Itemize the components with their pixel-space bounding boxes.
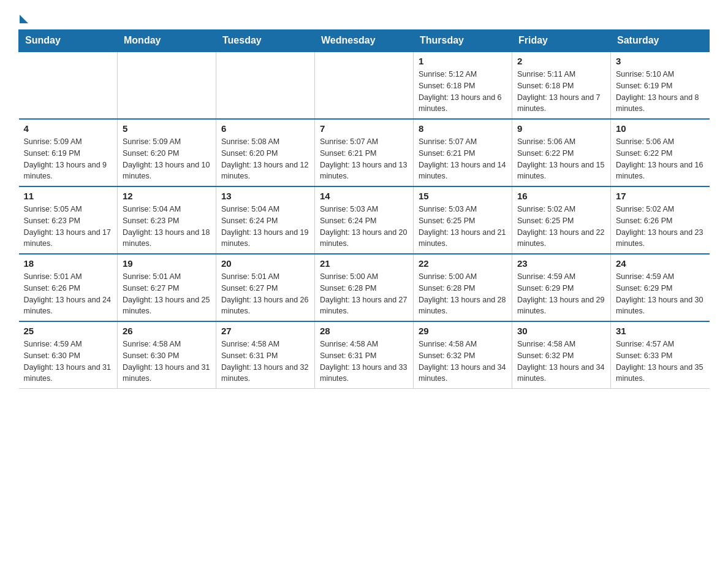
calendar-cell: 1Sunrise: 5:12 AM Sunset: 6:18 PM Daylig… bbox=[414, 52, 512, 119]
day-number: 19 bbox=[123, 258, 211, 269]
day-info: Sunrise: 5:01 AM Sunset: 6:27 PM Dayligh… bbox=[221, 271, 309, 317]
day-number: 28 bbox=[320, 326, 408, 336]
day-number: 7 bbox=[320, 123, 408, 134]
day-info: Sunrise: 5:11 AM Sunset: 6:18 PM Dayligh… bbox=[517, 69, 605, 115]
day-info: Sunrise: 5:07 AM Sunset: 6:21 PM Dayligh… bbox=[419, 136, 507, 182]
day-number: 25 bbox=[24, 326, 113, 336]
header-cell-saturday: Saturday bbox=[611, 30, 710, 52]
day-info: Sunrise: 4:59 AM Sunset: 6:29 PM Dayligh… bbox=[517, 271, 605, 317]
calendar-cell: 22Sunrise: 5:00 AM Sunset: 6:28 PM Dayli… bbox=[414, 254, 512, 321]
day-info: Sunrise: 5:08 AM Sunset: 6:20 PM Dayligh… bbox=[221, 136, 309, 182]
day-info: Sunrise: 5:00 AM Sunset: 6:28 PM Dayligh… bbox=[320, 271, 408, 317]
day-info: Sunrise: 5:12 AM Sunset: 6:18 PM Dayligh… bbox=[419, 69, 507, 115]
calendar-cell: 11Sunrise: 5:05 AM Sunset: 6:23 PM Dayli… bbox=[19, 186, 118, 254]
calendar-cell: 3Sunrise: 5:10 AM Sunset: 6:19 PM Daylig… bbox=[611, 52, 710, 119]
calendar-cell: 6Sunrise: 5:08 AM Sunset: 6:20 PM Daylig… bbox=[216, 119, 315, 186]
calendar-cell: 4Sunrise: 5:09 AM Sunset: 6:19 PM Daylig… bbox=[19, 119, 118, 186]
calendar-week-4: 18Sunrise: 5:01 AM Sunset: 6:26 PM Dayli… bbox=[19, 254, 710, 321]
header-cell-sunday: Sunday bbox=[19, 30, 118, 52]
calendar-cell bbox=[118, 52, 216, 119]
day-number: 21 bbox=[320, 258, 408, 269]
day-info: Sunrise: 5:03 AM Sunset: 6:25 PM Dayligh… bbox=[419, 204, 507, 250]
day-number: 3 bbox=[616, 56, 705, 66]
header-cell-wednesday: Wednesday bbox=[315, 30, 414, 52]
calendar-cell: 18Sunrise: 5:01 AM Sunset: 6:26 PM Dayli… bbox=[19, 254, 118, 321]
calendar-cell: 7Sunrise: 5:07 AM Sunset: 6:21 PM Daylig… bbox=[315, 119, 414, 186]
day-info: Sunrise: 4:58 AM Sunset: 6:31 PM Dayligh… bbox=[320, 339, 408, 385]
day-number: 23 bbox=[517, 258, 605, 269]
day-number: 10 bbox=[616, 123, 705, 134]
day-number: 5 bbox=[123, 123, 211, 134]
header-cell-monday: Monday bbox=[118, 30, 216, 52]
calendar-week-1: 1Sunrise: 5:12 AM Sunset: 6:18 PM Daylig… bbox=[19, 52, 710, 119]
day-number: 2 bbox=[517, 56, 605, 66]
calendar-cell: 30Sunrise: 4:58 AM Sunset: 6:32 PM Dayli… bbox=[512, 321, 611, 389]
header-cell-friday: Friday bbox=[512, 30, 611, 52]
calendar-header: SundayMondayTuesdayWednesdayThursdayFrid… bbox=[19, 30, 710, 52]
day-number: 13 bbox=[221, 191, 309, 201]
day-number: 17 bbox=[616, 191, 705, 201]
day-info: Sunrise: 4:57 AM Sunset: 6:33 PM Dayligh… bbox=[616, 339, 705, 385]
calendar-cell: 2Sunrise: 5:11 AM Sunset: 6:18 PM Daylig… bbox=[512, 52, 611, 119]
day-number: 30 bbox=[517, 326, 605, 336]
header-cell-thursday: Thursday bbox=[414, 30, 512, 52]
day-info: Sunrise: 5:07 AM Sunset: 6:21 PM Dayligh… bbox=[320, 136, 408, 182]
logo-arrow-icon bbox=[20, 15, 28, 23]
calendar-cell: 14Sunrise: 5:03 AM Sunset: 6:24 PM Dayli… bbox=[315, 186, 414, 254]
day-info: Sunrise: 4:59 AM Sunset: 6:29 PM Dayligh… bbox=[616, 271, 705, 317]
day-number: 8 bbox=[419, 123, 507, 134]
day-info: Sunrise: 5:03 AM Sunset: 6:24 PM Dayligh… bbox=[320, 204, 408, 250]
calendar-cell: 25Sunrise: 4:59 AM Sunset: 6:30 PM Dayli… bbox=[19, 321, 118, 389]
header-cell-tuesday: Tuesday bbox=[216, 30, 315, 52]
calendar-table: SundayMondayTuesdayWednesdayThursdayFrid… bbox=[18, 29, 710, 389]
day-number: 26 bbox=[123, 326, 211, 336]
calendar-cell: 28Sunrise: 4:58 AM Sunset: 6:31 PM Dayli… bbox=[315, 321, 414, 389]
calendar-cell bbox=[19, 52, 118, 119]
day-info: Sunrise: 5:01 AM Sunset: 6:27 PM Dayligh… bbox=[123, 271, 211, 317]
calendar-cell: 12Sunrise: 5:04 AM Sunset: 6:23 PM Dayli… bbox=[118, 186, 216, 254]
day-info: Sunrise: 5:04 AM Sunset: 6:23 PM Dayligh… bbox=[123, 204, 211, 250]
day-number: 24 bbox=[616, 258, 705, 269]
day-number: 16 bbox=[517, 191, 605, 201]
day-info: Sunrise: 5:09 AM Sunset: 6:20 PM Dayligh… bbox=[123, 136, 211, 182]
day-info: Sunrise: 4:58 AM Sunset: 6:32 PM Dayligh… bbox=[517, 339, 605, 385]
calendar-cell bbox=[315, 52, 414, 119]
header-row: SundayMondayTuesdayWednesdayThursdayFrid… bbox=[19, 30, 710, 52]
day-info: Sunrise: 5:09 AM Sunset: 6:19 PM Dayligh… bbox=[24, 136, 113, 182]
day-number: 31 bbox=[616, 326, 705, 336]
day-number: 15 bbox=[419, 191, 507, 201]
day-number: 27 bbox=[221, 326, 309, 336]
day-info: Sunrise: 4:58 AM Sunset: 6:32 PM Dayligh… bbox=[419, 339, 507, 385]
calendar-cell: 9Sunrise: 5:06 AM Sunset: 6:22 PM Daylig… bbox=[512, 119, 611, 186]
day-info: Sunrise: 5:04 AM Sunset: 6:24 PM Dayligh… bbox=[221, 204, 309, 250]
calendar-cell: 31Sunrise: 4:57 AM Sunset: 6:33 PM Dayli… bbox=[611, 321, 710, 389]
calendar-cell: 27Sunrise: 4:58 AM Sunset: 6:31 PM Dayli… bbox=[216, 321, 315, 389]
day-number: 6 bbox=[221, 123, 309, 134]
day-number: 14 bbox=[320, 191, 408, 201]
day-info: Sunrise: 5:05 AM Sunset: 6:23 PM Dayligh… bbox=[24, 204, 113, 250]
day-info: Sunrise: 5:01 AM Sunset: 6:26 PM Dayligh… bbox=[24, 271, 113, 317]
calendar-cell: 15Sunrise: 5:03 AM Sunset: 6:25 PM Dayli… bbox=[414, 186, 512, 254]
day-number: 20 bbox=[221, 258, 309, 269]
day-info: Sunrise: 5:06 AM Sunset: 6:22 PM Dayligh… bbox=[616, 136, 705, 182]
calendar-cell: 26Sunrise: 4:58 AM Sunset: 6:30 PM Dayli… bbox=[118, 321, 216, 389]
calendar-week-2: 4Sunrise: 5:09 AM Sunset: 6:19 PM Daylig… bbox=[19, 119, 710, 186]
calendar-cell: 19Sunrise: 5:01 AM Sunset: 6:27 PM Dayli… bbox=[118, 254, 216, 321]
day-info: Sunrise: 5:10 AM Sunset: 6:19 PM Dayligh… bbox=[616, 69, 705, 115]
day-info: Sunrise: 5:06 AM Sunset: 6:22 PM Dayligh… bbox=[517, 136, 605, 182]
calendar-week-3: 11Sunrise: 5:05 AM Sunset: 6:23 PM Dayli… bbox=[19, 186, 710, 254]
calendar-cell: 10Sunrise: 5:06 AM Sunset: 6:22 PM Dayli… bbox=[611, 119, 710, 186]
day-info: Sunrise: 5:00 AM Sunset: 6:28 PM Dayligh… bbox=[419, 271, 507, 317]
day-info: Sunrise: 4:58 AM Sunset: 6:30 PM Dayligh… bbox=[123, 339, 211, 385]
day-number: 22 bbox=[419, 258, 507, 269]
page-header bbox=[18, 12, 710, 23]
day-info: Sunrise: 5:02 AM Sunset: 6:25 PM Dayligh… bbox=[517, 204, 605, 250]
day-info: Sunrise: 4:58 AM Sunset: 6:31 PM Dayligh… bbox=[221, 339, 309, 385]
calendar-cell: 8Sunrise: 5:07 AM Sunset: 6:21 PM Daylig… bbox=[414, 119, 512, 186]
day-number: 11 bbox=[24, 191, 113, 201]
logo bbox=[18, 12, 28, 23]
day-info: Sunrise: 4:59 AM Sunset: 6:30 PM Dayligh… bbox=[24, 339, 113, 385]
day-number: 1 bbox=[419, 56, 507, 66]
calendar-cell: 17Sunrise: 5:02 AM Sunset: 6:26 PM Dayli… bbox=[611, 186, 710, 254]
calendar-cell: 29Sunrise: 4:58 AM Sunset: 6:32 PM Dayli… bbox=[414, 321, 512, 389]
